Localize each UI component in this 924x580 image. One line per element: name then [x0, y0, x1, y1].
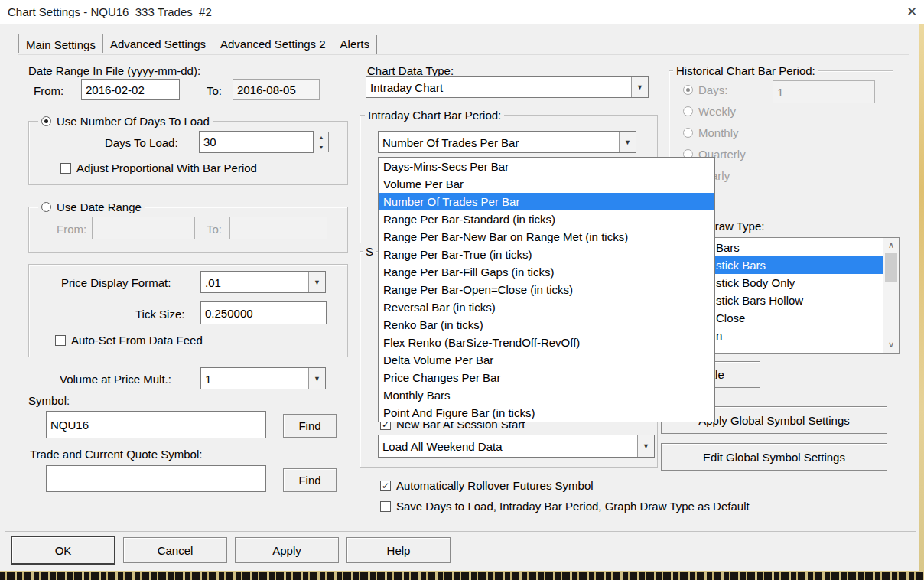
radio-circle-icon	[41, 116, 51, 126]
chevron-down-icon: ▼	[619, 132, 636, 152]
tab-advanced-settings[interactable]: Advanced Settings	[103, 35, 213, 54]
scroll-down-icon[interactable]: ∨	[883, 339, 899, 351]
ok-button[interactable]: OK	[11, 536, 116, 565]
checkbox-box	[60, 163, 71, 174]
dropdown-item[interactable]: Flex Renko (BarSize-TrendOff-RevOff)	[379, 334, 714, 351]
radio-weekly[interactable]: Weekly	[683, 105, 736, 118]
close-icon[interactable]: ✕	[903, 3, 921, 21]
radio-circle-icon	[41, 202, 51, 212]
volume-at-price-mult-label: Volume at Price Mult.:	[60, 373, 171, 386]
background-chart-right-strip	[919, 24, 924, 571]
chart-settings-dialog: Chart Settings - NQU16 333 Trades #2 ✕ M…	[0, 0, 924, 580]
tab-alerts[interactable]: Alerts	[333, 35, 377, 54]
dropdown-item[interactable]: Range Per Bar-Open=Close (in ticks)	[379, 281, 714, 298]
from-label: From:	[34, 84, 63, 97]
to-label: To:	[207, 84, 222, 97]
radio-days[interactable]: Days:	[683, 83, 727, 96]
symbol-input[interactable]	[46, 411, 266, 438]
dropdown-item[interactable]: Renko Bar (in ticks)	[379, 316, 714, 334]
historical-days-input[interactable]	[773, 80, 875, 103]
from-date-input[interactable]	[81, 79, 180, 100]
background-chart-bottom-strip	[0, 571, 924, 580]
chevron-down-icon: ▼	[631, 77, 648, 97]
chart-data-type-combo[interactable]: Intraday Chart ▼	[366, 76, 649, 98]
cancel-button[interactable]: Cancel	[123, 537, 227, 563]
spinner-up-icon[interactable]: ▲	[314, 132, 329, 142]
scroll-up-icon[interactable]: ∧	[883, 239, 899, 252]
dropdown-item[interactable]: Days-Mins-Secs Per Bar	[379, 158, 714, 175]
radio-weekly-label: Weekly	[698, 105, 736, 118]
apply-button[interactable]: Apply	[235, 537, 339, 563]
checkbox-box	[55, 335, 66, 346]
weekend-data-value: Load All Weekend Data	[382, 440, 503, 453]
radio-circle-icon	[683, 85, 693, 95]
chevron-down-icon: ▼	[308, 272, 325, 292]
to-date-input[interactable]	[233, 79, 320, 100]
dropdown-item[interactable]: Range Per Bar-True (in ticks)	[379, 246, 714, 263]
trade-quote-symbol-input[interactable]	[46, 465, 266, 492]
date-range-in-file-label: Date Range In File (yyyy-mm-dd):	[28, 64, 200, 77]
save-as-default-label: Save Days to Load, Intraday Bar Period, …	[396, 500, 750, 513]
dropdown-item[interactable]: Range Per Bar-Standard (in ticks)	[379, 210, 714, 228]
tab-bar: Main Settings Advanced Settings Advanced…	[18, 35, 377, 54]
checkmark-icon: ✓	[380, 481, 391, 491]
bar-period-dropdown-list[interactable]: Days-Mins-Secs Per BarVolume Per BarNumb…	[378, 157, 715, 422]
intraday-bar-period-group-label: Intraday Chart Bar Period:	[365, 109, 504, 122]
chart-data-type-value: Intraday Chart	[370, 80, 443, 93]
range-to-input[interactable]	[229, 217, 327, 239]
dropdown-item[interactable]: Reversal Bar (in ticks)	[379, 298, 714, 316]
dropdown-item[interactable]: Delta Volume Per Bar	[379, 351, 714, 369]
days-to-load-label: Days To Load:	[105, 136, 178, 149]
tick-size-label: Tick Size:	[135, 308, 184, 321]
radio-circle-icon	[683, 106, 693, 116]
chevron-down-icon: ▼	[308, 368, 325, 389]
symbol-label: Symbol:	[28, 394, 70, 407]
footer-divider	[5, 531, 916, 532]
listbox-scrollbar[interactable]: ∧ ∨	[883, 238, 899, 353]
historical-bar-period-group-label: Historical Chart Bar Period:	[673, 64, 818, 77]
price-display-format-value: .01	[205, 275, 221, 288]
dropdown-item[interactable]: Range Per Bar-New Bar on Range Met (in t…	[379, 228, 714, 246]
tick-size-input[interactable]	[200, 301, 327, 324]
find-symbol-button[interactable]: Find	[283, 414, 337, 438]
range-to-label: To:	[207, 223, 222, 236]
days-to-load-input[interactable]	[199, 131, 314, 153]
adjust-proportional-checkbox[interactable]: Adjust Proportional With Bar Period	[60, 161, 257, 174]
tab-underline	[18, 54, 909, 55]
spinner-down-icon[interactable]: ▼	[314, 142, 329, 152]
radio-monthly[interactable]: Monthly	[683, 126, 739, 139]
save-as-default-checkbox[interactable]: Save Days to Load, Intraday Bar Period, …	[380, 500, 750, 513]
title-bar: Chart Settings - NQU16 333 Trades #2 ✕	[0, 0, 924, 24]
rollover-checkbox[interactable]: ✓ Automatically Rollover Futures Symbol	[380, 479, 594, 492]
auto-set-checkbox[interactable]: Auto-Set From Data Feed	[55, 334, 203, 347]
volume-at-price-mult-combo[interactable]: 1 ▼	[200, 367, 326, 389]
range-from-label: From:	[57, 223, 86, 236]
auto-set-label: Auto-Set From Data Feed	[71, 334, 203, 347]
dropdown-item[interactable]: Volume Per Bar	[379, 175, 714, 193]
window-title: Chart Settings - NQU16 333 Trades #2	[8, 5, 212, 18]
radio-circle-icon	[683, 128, 693, 138]
price-display-format-label: Price Display Format:	[61, 276, 171, 289]
dropdown-item[interactable]: Number Of Trades Per Bar	[379, 193, 714, 210]
use-date-range-label: Use Date Range	[57, 200, 142, 213]
radio-days-label: Days:	[698, 83, 727, 96]
radio-monthly-label: Monthly	[698, 126, 739, 139]
dropdown-item[interactable]: Range Per Bar-Fill Gaps (in ticks)	[379, 263, 714, 281]
trade-quote-symbol-label: Trade and Current Quote Symbol:	[30, 448, 202, 461]
dropdown-item[interactable]: Price Changes Per Bar	[379, 369, 714, 386]
use-date-range-radio[interactable]: Use Date Range	[38, 200, 145, 213]
tab-main-settings[interactable]: Main Settings	[18, 34, 103, 53]
dropdown-item[interactable]: Monthly Bars	[379, 386, 714, 404]
tab-advanced-settings-2[interactable]: Advanced Settings 2	[213, 35, 333, 54]
edit-global-symbol-settings-button[interactable]: Edit Global Symbol Settings	[661, 443, 887, 471]
chevron-down-icon: ▼	[637, 435, 654, 457]
dropdown-item[interactable]: Point And Figure Bar (in ticks)	[379, 404, 714, 422]
intraday-bar-period-combo[interactable]: Number Of Trades Per Bar ▼	[378, 131, 636, 153]
range-from-input[interactable]	[92, 217, 195, 239]
price-display-format-combo[interactable]: .01 ▼	[200, 271, 326, 293]
scrollbar-thumb[interactable]	[885, 253, 897, 282]
help-button[interactable]: Help	[346, 537, 451, 563]
find-trade-symbol-button[interactable]: Find	[283, 468, 337, 492]
use-number-of-days-radio[interactable]: Use Number Of Days To Load	[38, 115, 213, 128]
weekend-data-combo[interactable]: Load All Weekend Data ▼	[378, 435, 655, 458]
